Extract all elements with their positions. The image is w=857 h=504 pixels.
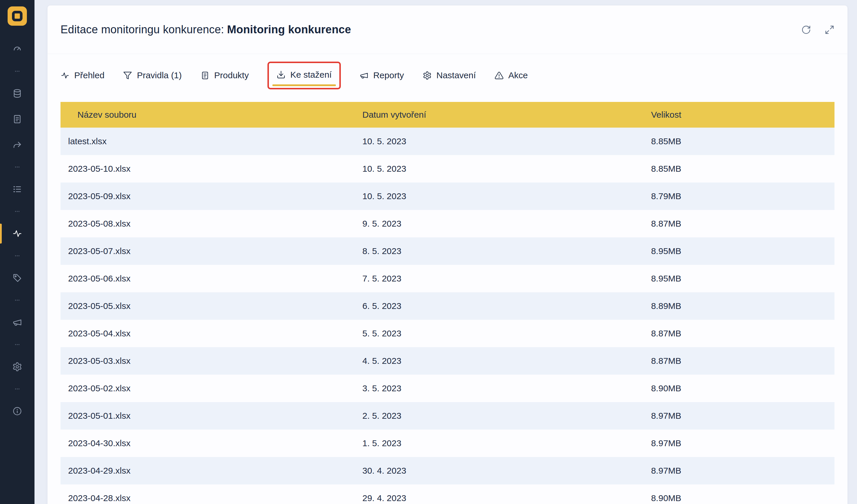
tab-nastaveni[interactable]: Nastavení: [423, 70, 476, 80]
file-name-cell: 2023-05-10.xlsx: [61, 155, 363, 183]
table-row[interactable]: latest.xlsx10. 5. 20238.85MB: [61, 127, 835, 155]
download-icon: [276, 70, 286, 79]
tab-ke-stazeni[interactable]: Ke stažení: [267, 62, 341, 89]
file-size-cell: 8.90MB: [651, 375, 835, 402]
file-size-cell: 8.79MB: [651, 183, 835, 210]
file-name-cell: 2023-04-28.xlsx: [61, 484, 363, 504]
tab-label: Akce: [508, 70, 528, 80]
main-content: Editace monitoringu konkurence:Monitorin…: [34, 0, 857, 504]
gear-icon: [12, 362, 22, 372]
file-name-cell: 2023-04-29.xlsx: [61, 457, 363, 484]
page-title-name: Monitoring konkurence: [227, 23, 351, 36]
file-name-cell: 2023-05-04.xlsx: [61, 320, 363, 347]
table-row[interactable]: 2023-05-09.xlsx10. 5. 20238.79MB: [61, 183, 835, 210]
tab-label: Přehled: [74, 70, 104, 80]
sidebar-item-monitoring[interactable]: [0, 221, 34, 246]
table-row[interactable]: 2023-04-30.xlsx1. 5. 20238.97MB: [61, 430, 835, 457]
table-row[interactable]: 2023-05-08.xlsx9. 5. 20238.87MB: [61, 210, 835, 238]
created-date-cell: 4. 5. 2023: [363, 347, 651, 375]
activity-icon: [12, 229, 22, 239]
sidebar-item-data[interactable]: [0, 81, 34, 106]
sidebar-item-lists[interactable]: [0, 176, 34, 202]
created-date-cell: 10. 5. 2023: [363, 127, 651, 155]
file-name-cell: 2023-05-08.xlsx: [61, 210, 363, 238]
downloads-table-wrap: Název souboru Datum vytvoření Velikost l…: [48, 97, 847, 504]
table-row[interactable]: 2023-05-05.xlsx6. 5. 20238.89MB: [61, 292, 835, 320]
sidebar-item-announcements[interactable]: [0, 310, 34, 335]
app-logo[interactable]: [7, 6, 27, 26]
gauge-icon: [12, 44, 22, 54]
dots-icon: [13, 67, 21, 75]
table-row[interactable]: 2023-05-04.xlsx5. 5. 20238.87MB: [61, 320, 835, 347]
download-table-body: latest.xlsx10. 5. 20238.85MB2023-05-10.x…: [61, 127, 835, 504]
downloads-table: Název souboru Datum vytvoření Velikost l…: [61, 102, 835, 504]
file-size-cell: 8.89MB: [651, 292, 835, 320]
file-name-cell: 2023-05-01.xlsx: [61, 402, 363, 430]
created-date-cell: 1. 5. 2023: [363, 430, 651, 457]
created-date-cell: 7. 5. 2023: [363, 265, 651, 292]
table-header-row: Název souboru Datum vytvoření Velikost: [61, 102, 835, 127]
table-row[interactable]: 2023-04-28.xlsx29. 4. 20238.90MB: [61, 484, 835, 504]
table-row[interactable]: 2023-05-10.xlsx10. 5. 20238.85MB: [61, 155, 835, 183]
page-title-prefix: Editace monitoringu konkurence:: [61, 23, 224, 36]
table-row[interactable]: 2023-05-07.xlsx8. 5. 20238.95MB: [61, 238, 835, 265]
created-date-cell: 8. 5. 2023: [363, 238, 651, 265]
tab-prehled[interactable]: Přehled: [61, 70, 104, 80]
column-header-size: Velikost: [651, 102, 835, 127]
sidebar-dots-separator: [0, 158, 34, 176]
tab-label: Reporty: [373, 70, 404, 80]
file-name-cell: 2023-05-02.xlsx: [61, 375, 363, 402]
table-row[interactable]: 2023-05-03.xlsx4. 5. 20238.87MB: [61, 347, 835, 375]
fullscreen-button[interactable]: [825, 25, 835, 35]
sidebar-item-documents[interactable]: [0, 106, 34, 132]
expand-icon: [825, 25, 835, 35]
file-size-cell: 8.97MB: [651, 430, 835, 457]
sidebar-dots-separator: [0, 62, 34, 81]
tab-produkty[interactable]: Produkty: [201, 70, 249, 80]
table-row[interactable]: 2023-05-02.xlsx3. 5. 20238.90MB: [61, 375, 835, 402]
tab-label: Ke stažení: [290, 70, 332, 80]
megaphone-icon: [12, 317, 22, 327]
file-size-cell: 8.85MB: [651, 155, 835, 183]
file-name-cell: 2023-04-30.xlsx: [61, 430, 363, 457]
funnel-icon: [123, 71, 132, 80]
created-date-cell: 2. 5. 2023: [363, 402, 651, 430]
created-date-cell: 30. 4. 2023: [363, 457, 651, 484]
tab-bar: Přehled Pravidla (1) Produkty Ke stažení…: [48, 54, 847, 97]
file-size-cell: 8.87MB: [651, 320, 835, 347]
created-date-cell: 3. 5. 2023: [363, 375, 651, 402]
created-date-cell: 6. 5. 2023: [363, 292, 651, 320]
sidebar-dots-separator: [0, 380, 34, 398]
sidebar-item-dashboard[interactable]: [0, 36, 34, 62]
tab-akce[interactable]: Akce: [494, 70, 528, 80]
column-header-file-name: Název souboru: [61, 102, 363, 127]
share-icon: [12, 140, 22, 150]
file-name-cell: 2023-05-05.xlsx: [61, 292, 363, 320]
file-size-cell: 8.97MB: [651, 402, 835, 430]
info-icon: [12, 406, 22, 416]
file-name-cell: 2023-05-03.xlsx: [61, 347, 363, 375]
file-size-cell: 8.85MB: [651, 127, 835, 155]
dots-icon: [13, 341, 21, 349]
table-row[interactable]: 2023-04-29.xlsx30. 4. 20238.97MB: [61, 457, 835, 484]
refresh-icon: [801, 25, 811, 35]
dots-icon: [13, 252, 21, 260]
tab-label: Pravidla (1): [137, 70, 182, 80]
sidebar-item-share[interactable]: [0, 132, 34, 158]
monitoring-edit-card: Editace monitoringu konkurence:Monitorin…: [47, 5, 847, 504]
tab-pravidla[interactable]: Pravidla (1): [123, 70, 182, 80]
file-size-cell: 8.97MB: [651, 457, 835, 484]
sidebar-item-settings[interactable]: [0, 354, 34, 380]
tab-label: Produkty: [214, 70, 249, 80]
sidebar-item-tags[interactable]: [0, 265, 34, 291]
table-row[interactable]: 2023-05-01.xlsx2. 5. 20238.97MB: [61, 402, 835, 430]
refresh-button[interactable]: [801, 25, 811, 35]
file-size-cell: 8.87MB: [651, 347, 835, 375]
tab-reporty[interactable]: Reporty: [359, 70, 404, 80]
created-date-cell: 9. 5. 2023: [363, 210, 651, 238]
document-icon: [201, 71, 209, 80]
table-row[interactable]: 2023-05-06.xlsx7. 5. 20238.95MB: [61, 265, 835, 292]
sidebar-item-info[interactable]: [0, 398, 34, 424]
dots-icon: [13, 296, 21, 304]
created-date-cell: 5. 5. 2023: [363, 320, 651, 347]
